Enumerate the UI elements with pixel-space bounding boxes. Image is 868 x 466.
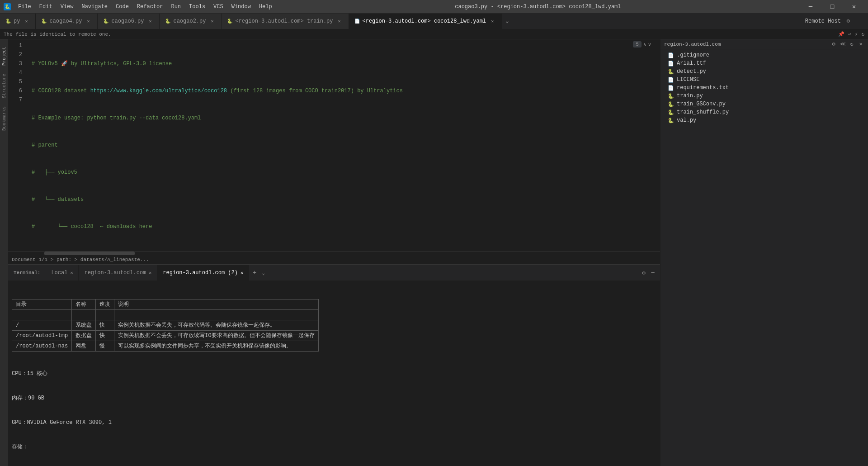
file-detect-icon: 🐍: [668, 69, 674, 75]
close-icon-right[interactable]: ✕: [857, 41, 864, 48]
tab-train-close[interactable]: ✕: [336, 18, 343, 25]
minimize-button[interactable]: ─: [800, 0, 821, 14]
file-gitignore-name: .gitignore: [677, 52, 709, 58]
right-panel-icons: ⚙ ≪ ↻ ✕: [830, 41, 864, 48]
cell-empty-3: [96, 310, 114, 320]
settings-icon[interactable]: ⚙: [844, 18, 852, 25]
info-message: The file is identical to remote one.: [4, 32, 111, 37]
app-icon: 🐍: [4, 3, 11, 10]
tab-coco128-close[interactable]: ✕: [489, 18, 496, 25]
terminal-tab-region1[interactable]: region-3.autodl.com ✕: [79, 265, 157, 281]
code-line-1: # YOLOv5 🚀 by Ultralytics, GPL-3.0 licen…: [32, 59, 660, 68]
file-item-arial[interactable]: 📄 Arial.ttf: [660, 59, 868, 67]
menu-file[interactable]: File: [14, 2, 35, 12]
file-item-val[interactable]: 🐍 val.py: [660, 116, 868, 124]
tab-caogao2[interactable]: 🐍 caogao2.py ✕: [160, 14, 222, 29]
terminal-dropdown-button[interactable]: ⌄: [260, 270, 267, 276]
menu-vcs[interactable]: VCS: [210, 2, 227, 12]
menu-edit[interactable]: Edit: [36, 2, 56, 12]
menu-tools[interactable]: Tools: [185, 2, 209, 12]
table-row-nas: /root/autodl-nas 网盘 慢 可以实现多实例间的文件同步共享，不受…: [12, 341, 319, 352]
terminal-tab-region2-close[interactable]: ✕: [241, 270, 243, 276]
table-header-speed: 速度: [96, 300, 114, 310]
file-item-trainShuffle[interactable]: 🐍 train_shuffle.py: [660, 108, 868, 116]
undo-icon[interactable]: ↩: [848, 31, 851, 37]
terminal-tab-region1-close[interactable]: ✕: [149, 270, 151, 276]
terminal-settings-icon[interactable]: ⚙: [640, 269, 647, 276]
terminal-table: 目录 名称 速度 说明 / 系统盘 快: [12, 299, 319, 352]
menu-refactor[interactable]: Refactor: [133, 2, 167, 12]
terminal-minimize-icon[interactable]: ─: [649, 269, 656, 276]
filter-icon[interactable]: ⚡: [855, 31, 858, 37]
code-line-3: # Example usage: python train.py --data …: [32, 114, 660, 123]
maximize-button[interactable]: □: [822, 0, 843, 14]
terminal-tab-local-close[interactable]: ✕: [70, 270, 73, 276]
menu-view[interactable]: View: [57, 2, 77, 12]
storage-label: 存储：: [12, 443, 656, 451]
refresh-icon-right[interactable]: ↻: [848, 41, 855, 48]
menu-navigate[interactable]: Navigate: [78, 2, 111, 12]
tab-caogao2-close[interactable]: ✕: [208, 18, 216, 25]
chevron-down-icon[interactable]: ∨: [648, 42, 651, 48]
line-count-badge: 5: [633, 41, 642, 48]
tab-caogao4[interactable]: 🐍 caogao4.py ✕: [36, 14, 98, 29]
close-button[interactable]: ✕: [844, 0, 864, 14]
editor-scroll-thumb[interactable]: [44, 252, 135, 255]
tab-coco128[interactable]: 📄 <region-3.autodl.com> coco128_lwd.yaml…: [349, 14, 502, 29]
cell-root-desc: 实例关机数据不会丢失，可存放代码等。会随保存镜像一起保存。: [114, 320, 318, 331]
minimize-panel-icon[interactable]: ─: [854, 18, 861, 25]
tab-caogao4-close[interactable]: ✕: [85, 18, 92, 25]
info-bar: The file is identical to remote one. 📌 ↩…: [0, 29, 868, 39]
tab-caogao6-label: caogao6.py: [111, 18, 144, 24]
file-item-requirements[interactable]: 📄 requirements.txt: [660, 84, 868, 92]
cell-root-speed: 快: [96, 320, 114, 331]
menu-help[interactable]: Help: [255, 2, 276, 12]
cell-data-dir: /root/autodl-tmp: [12, 331, 72, 341]
bookmarks-tab[interactable]: Bookmarks: [1, 103, 8, 134]
terminal-tab-local[interactable]: Local ✕: [46, 265, 79, 281]
pin-icon[interactable]: 📌: [838, 31, 844, 37]
terminal-add-button[interactable]: +: [249, 269, 260, 276]
file-license-icon: 📄: [668, 77, 674, 83]
file-item-gitignore[interactable]: 📄 .gitignore: [660, 51, 868, 59]
cell-empty-2: [72, 310, 96, 320]
code-line-7: # └── coco128 ← downloads here: [32, 222, 660, 231]
settings-icon-right[interactable]: ⚙: [830, 41, 837, 48]
title-bar: 🐍 File Edit View Navigate Code Refactor …: [0, 0, 868, 14]
main-content-area: Project Structure Bookmarks 1 2 3 4 5 6 …: [0, 39, 868, 466]
terminal-tab-region2[interactable]: region-3.autodl.com (2) ✕: [157, 265, 249, 281]
tab-caogao6[interactable]: 🐍 caogao6.py ✕: [98, 14, 160, 29]
right-panel-header: region-3.autodl.com ⚙ ≪ ↻ ✕: [660, 39, 868, 49]
tab-train-icon: 🐍: [227, 19, 232, 24]
chevron-up-icon[interactable]: ∧: [643, 42, 646, 48]
code-content[interactable]: # YOLOv5 🚀 by Ultralytics, GPL-3.0 licen…: [26, 39, 660, 251]
project-tab[interactable]: Project: [1, 43, 8, 69]
window-title: caogao3.py - <region-3.autodl.com> coco1…: [455, 4, 621, 10]
file-item-train[interactable]: 🐍 train.py: [660, 92, 868, 100]
tab-caogao4-icon: 🐍: [41, 19, 47, 24]
menu-window[interactable]: Window: [228, 2, 255, 12]
tab-py[interactable]: 🐍 py ✕: [0, 14, 36, 29]
tab-train[interactable]: 🐍 <region-3.autodl.com> train.py ✕: [222, 14, 349, 29]
table-row-empty: [12, 310, 319, 320]
file-item-trainGS[interactable]: 🐍 train_GSConv.py: [660, 100, 868, 108]
file-item-license[interactable]: 📄 LICENSE: [660, 76, 868, 84]
editor-scrollbar[interactable]: [8, 251, 660, 255]
file-item-detect[interactable]: 🐍 detect.py: [660, 67, 868, 76]
menu-code[interactable]: Code: [112, 2, 132, 12]
right-panel-title: region-3.autodl.com: [664, 42, 721, 47]
file-train-icon: 🐍: [668, 93, 674, 99]
tab-caogao6-close[interactable]: ✕: [146, 18, 154, 25]
refresh-icon[interactable]: ↻: [861, 31, 864, 37]
structure-tab[interactable]: Structure: [1, 70, 8, 102]
terminal-content[interactable]: 目录 名称 速度 说明 / 系统盘 快: [8, 281, 660, 466]
collapse-left-icon[interactable]: ≪: [839, 41, 846, 48]
tab-py-close[interactable]: ✕: [23, 18, 30, 25]
cell-empty-4: [114, 310, 318, 320]
terminal-tab-local-label: Local: [51, 270, 67, 276]
tab-more-button[interactable]: ⌄: [502, 14, 512, 29]
cell-root-name: 系统盘: [72, 320, 96, 331]
code-editor: 1 2 3 4 5 6 7 # YOLOv5 🚀 by Ultralytics,…: [8, 39, 660, 251]
remote-host-icons: ⚙ ─: [844, 18, 861, 25]
menu-run[interactable]: Run: [167, 2, 184, 12]
